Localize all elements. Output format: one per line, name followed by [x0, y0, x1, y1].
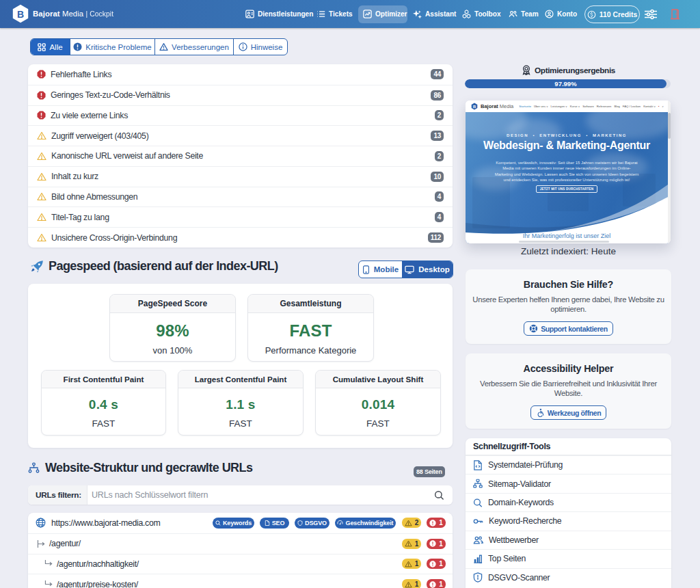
svg-text:B: B	[17, 9, 24, 20]
svg-text:B: B	[473, 105, 476, 109]
